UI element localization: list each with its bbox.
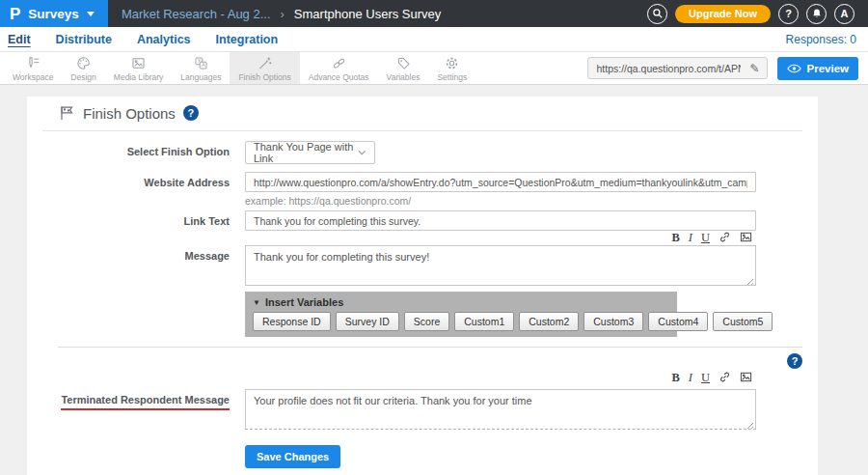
- nav-tab-edit[interactable]: Edit: [8, 33, 31, 46]
- website-address-field-group: example: https://qa.questionpro.com/: [245, 172, 756, 210]
- terminated-message-field: Your profile does not fit our criteria. …: [245, 389, 756, 433]
- design-icon: [75, 55, 92, 71]
- nav-tab-analytics[interactable]: Analytics: [137, 33, 191, 46]
- insert-image-button[interactable]: [740, 371, 752, 386]
- finish-option-select[interactable]: Thank You Page with Link: [245, 141, 375, 164]
- languages-icon: X A: [193, 55, 209, 71]
- help-button[interactable]: ?: [778, 4, 799, 24]
- insert-link-button[interactable]: [719, 231, 731, 246]
- underline-button[interactable]: U: [701, 372, 710, 384]
- finish-options-form: Select Finish Option Thank You Page with…: [42, 131, 802, 468]
- preview-label: Preview: [807, 63, 849, 74]
- ribbon-item-variables[interactable]: Variables: [378, 52, 429, 84]
- card-header: Finish Options ?: [42, 97, 802, 131]
- ribbon-label: Variables: [387, 72, 420, 82]
- link-text-label: Link Text: [42, 210, 245, 228]
- preview-button[interactable]: Preview: [777, 57, 858, 80]
- underline-button[interactable]: U: [701, 232, 710, 244]
- page-body: Finish Options ? Select Finish Option Th…: [0, 85, 868, 475]
- variable-button-custom2[interactable]: Custom2: [519, 312, 579, 331]
- message-field: Thank you for completing this survey!: [245, 245, 756, 290]
- survey-nav: Edit Distribute Analytics Integration Re…: [0, 27, 868, 52]
- svg-text:A: A: [202, 62, 205, 68]
- save-changes-button[interactable]: Save Changes: [245, 445, 340, 468]
- insert-image-button[interactable]: [740, 231, 752, 246]
- ribbon-label: Media Library: [114, 72, 164, 82]
- product-name: Surveys: [28, 7, 79, 21]
- advance-quotas-icon: [331, 55, 347, 71]
- notifications-button[interactable]: [806, 4, 827, 24]
- edit-pencil-icon[interactable]: ✎: [743, 62, 766, 75]
- ribbon-item-finish-options[interactable]: Finish Options: [230, 52, 299, 84]
- bell-icon: [811, 8, 823, 19]
- collapse-caret-icon: ▼: [253, 298, 260, 307]
- surveys-product-menu[interactable]: P Surveys: [0, 0, 108, 27]
- responses-count[interactable]: Responses: 0: [786, 33, 856, 46]
- message-label: Message: [42, 245, 245, 263]
- finish-flag-icon: [58, 104, 75, 122]
- breadcrumb-survey-name: Smartphone Users Survey: [294, 7, 441, 21]
- eye-icon: [787, 64, 801, 73]
- page-title: Finish Options: [83, 105, 176, 122]
- bold-button[interactable]: B: [671, 372, 679, 384]
- terminated-message-label: Terminated Respondent Message: [42, 389, 245, 410]
- variable-button-custom5[interactable]: Custom5: [713, 312, 773, 331]
- italic-button[interactable]: I: [689, 372, 692, 384]
- ribbon-label: Workspace: [13, 72, 53, 82]
- ribbon-item-design[interactable]: Design: [62, 52, 104, 84]
- avatar[interactable]: A: [834, 4, 854, 24]
- ribbon-right: ✎ Preview: [587, 52, 868, 84]
- variable-button-score[interactable]: Score: [404, 312, 449, 331]
- ribbon-label: Design: [70, 72, 95, 82]
- survey-url-box: ✎: [587, 57, 767, 79]
- chevron-down-icon: [87, 12, 95, 16]
- nav-tab-distribute[interactable]: Distribute: [56, 33, 112, 46]
- survey-url-input[interactable]: [588, 63, 743, 74]
- variable-button-custom1[interactable]: Custom1: [454, 312, 514, 331]
- link-icon: [719, 231, 731, 243]
- finish-options-help-icon[interactable]: ?: [183, 105, 199, 121]
- variable-button-survey-id[interactable]: Survey ID: [336, 312, 399, 331]
- variables-icon: [395, 55, 412, 71]
- insert-variables-toggle[interactable]: ▼ Insert Variables: [253, 296, 669, 308]
- bold-button[interactable]: B: [671, 232, 679, 244]
- chevron-down-icon: [358, 150, 366, 155]
- ribbon-item-advance-quotas[interactable]: Advance Quotas: [300, 52, 378, 84]
- variable-button-custom4[interactable]: Custom4: [648, 312, 708, 331]
- website-address-label: Website Address: [42, 172, 245, 189]
- link-text-input[interactable]: [245, 210, 756, 231]
- ribbon-item-workspace[interactable]: Workspace: [4, 52, 62, 84]
- website-address-input[interactable]: [245, 172, 756, 192]
- variable-button-response-id[interactable]: Response ID: [253, 312, 331, 331]
- section-divider: [58, 347, 802, 348]
- ribbon-item-media-library[interactable]: Media Library: [105, 52, 173, 84]
- insert-variables-panel: ▼ Insert Variables Response ID Survey ID…: [245, 292, 677, 337]
- finish-options-card: Finish Options ? Select Finish Option Th…: [27, 97, 818, 475]
- terminated-message-label-text: Terminated Respondent Message: [61, 394, 230, 410]
- message-textarea[interactable]: Thank you for completing this survey!: [245, 245, 756, 286]
- terminated-message-textarea[interactable]: Your profile does not fit our criteria. …: [245, 389, 756, 430]
- select-finish-option-label: Select Finish Option: [42, 141, 245, 158]
- search-button[interactable]: [647, 4, 667, 24]
- header-actions: Upgrade Now ? A: [647, 4, 868, 24]
- image-icon: [740, 231, 752, 243]
- ribbon-item-languages[interactable]: X A Languages: [172, 52, 230, 84]
- italic-button[interactable]: I: [689, 232, 692, 244]
- ribbon-item-settings[interactable]: Settings: [428, 52, 475, 84]
- nav-tab-integration[interactable]: Integration: [216, 33, 279, 46]
- top-header: P Surveys Market Research - Aug 2... › S…: [0, 0, 868, 27]
- insert-link-button[interactable]: [719, 371, 731, 386]
- insert-variables-title: Insert Variables: [265, 296, 343, 308]
- questionpro-app: P Surveys Market Research - Aug 2... › S…: [0, 0, 868, 475]
- upgrade-now-button[interactable]: Upgrade Now: [675, 5, 771, 23]
- ribbon-label: Advance Quotas: [309, 72, 369, 82]
- media-library-icon: [130, 55, 147, 71]
- terminated-message-row: Terminated Respondent Message Your profi…: [42, 389, 802, 433]
- finish-option-selected-value: Thank You Page with Link: [254, 141, 358, 164]
- ribbon-label: Settings: [437, 72, 467, 82]
- website-address-example: example: https://qa.questionpro.com/: [245, 195, 756, 207]
- variable-button-custom3[interactable]: Custom3: [583, 312, 643, 331]
- breadcrumb-separator: ›: [281, 7, 285, 21]
- breadcrumb-folder[interactable]: Market Research - Aug 2...: [122, 7, 271, 21]
- terminated-help-icon[interactable]: ?: [787, 353, 802, 369]
